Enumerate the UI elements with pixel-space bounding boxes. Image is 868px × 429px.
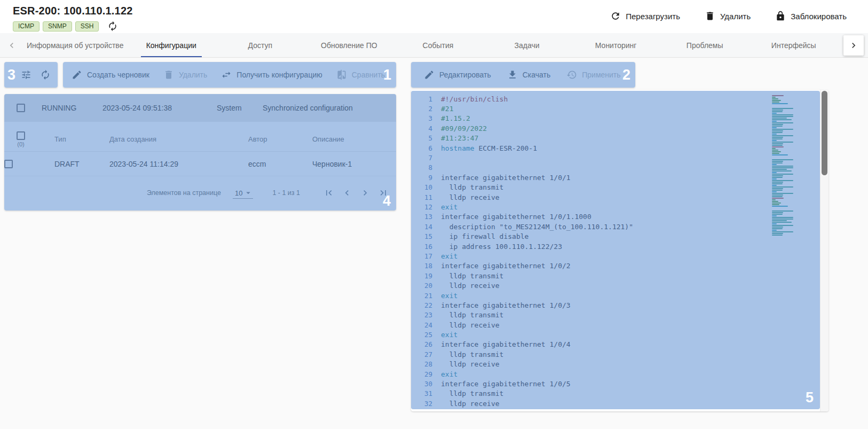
line-number: 3 xyxy=(416,114,432,122)
compare-button[interactable]: Сравнить xyxy=(336,69,385,80)
tab-interfaces[interactable]: Интерфейсы xyxy=(749,33,838,57)
minimap-mark xyxy=(772,235,783,236)
configs-filter-card xyxy=(4,62,58,88)
sync-status-icon[interactable] xyxy=(107,21,118,32)
minimap-mark xyxy=(772,148,776,149)
tab-problems[interactable]: Проблемы xyxy=(660,33,749,57)
first-page-button[interactable] xyxy=(323,188,334,198)
minimap-mark xyxy=(772,185,777,186)
minimap-mark xyxy=(772,132,783,133)
tab-firmware-update[interactable]: Обновление ПО xyxy=(305,33,394,57)
next-page-button[interactable] xyxy=(360,188,370,198)
chevron-left-icon xyxy=(6,40,17,51)
column-header[interactable]: Тип xyxy=(37,135,101,143)
minimap-mark xyxy=(772,212,783,213)
page-size-select[interactable]: 10 xyxy=(233,187,253,199)
line-number: 9 xyxy=(416,174,432,182)
refresh-list-icon[interactable] xyxy=(40,69,51,80)
minimap-mark xyxy=(772,210,793,212)
scrollbar-thumb[interactable] xyxy=(822,91,827,175)
minimap-mark xyxy=(772,182,783,183)
code-scrollbar[interactable] xyxy=(820,90,828,411)
tabs-scroll-left-button[interactable] xyxy=(0,33,23,57)
reboot-button[interactable]: Перезагрузить xyxy=(610,11,680,21)
last-page-button[interactable] xyxy=(378,188,389,198)
first-page-icon xyxy=(323,188,334,198)
chevron-right-icon xyxy=(360,188,370,198)
delete-device-button[interactable]: Удалить xyxy=(705,11,751,21)
chevron-right-icon xyxy=(848,40,859,51)
minimap-mark xyxy=(772,102,779,103)
apply-button[interactable]: Применить xyxy=(566,69,620,80)
code-line: 11 lldp receive xyxy=(416,192,828,202)
minimap-mark xyxy=(772,143,783,144)
minimap-mark xyxy=(772,177,783,178)
select-all-checkbox[interactable] xyxy=(17,131,25,140)
minimap-mark xyxy=(772,172,777,173)
prev-page-button[interactable] xyxy=(342,188,352,198)
row-checkbox[interactable] xyxy=(17,104,25,112)
line-number: 22 xyxy=(416,301,432,309)
minimap-mark xyxy=(772,170,792,171)
minimap-mark xyxy=(772,95,784,96)
paginator-nav xyxy=(323,188,389,198)
minimap-mark xyxy=(772,119,792,120)
tab-configurations[interactable]: Конфигурации xyxy=(127,33,216,57)
minimap-mark xyxy=(772,140,777,141)
tab-label: События xyxy=(420,33,457,57)
code-line: 14 description "to_MES2124M_(to_100.110.… xyxy=(416,222,828,231)
column-header[interactable]: Описание xyxy=(304,135,396,143)
status-badges: ICMPSNMPSSH xyxy=(13,21,99,32)
minimap-mark xyxy=(772,174,793,175)
button-label: Получить конфигурацию xyxy=(236,71,322,79)
tabs-scroll-right-button[interactable] xyxy=(843,35,864,56)
minimap-mark xyxy=(772,124,783,125)
tab-access[interactable]: Доступ xyxy=(216,33,305,57)
tab-monitoring[interactable]: Мониторинг xyxy=(571,33,660,57)
minimap-mark xyxy=(772,100,781,101)
download-button[interactable]: Скачать xyxy=(507,69,551,80)
tab-label: Обновление ПО xyxy=(318,33,381,57)
pencil-icon xyxy=(424,69,435,80)
minimap-mark xyxy=(772,135,793,136)
tab-label: Конфигурации xyxy=(143,33,200,57)
fetch-config-button[interactable]: Получить конфигурацию xyxy=(221,69,322,80)
tab-events[interactable]: События xyxy=(393,33,483,57)
tab-device-info[interactable]: Информация об устройстве xyxy=(23,33,127,57)
line-number: 7 xyxy=(416,154,432,162)
code-line: 9interface gigabitethernet 1/0/1 xyxy=(416,173,828,182)
column-header[interactable]: Автор xyxy=(240,135,304,143)
chevron-left-icon xyxy=(342,188,352,198)
code-line: 7 xyxy=(416,153,828,162)
minimap-mark xyxy=(772,206,788,207)
create-draft-button[interactable]: Создать черновик xyxy=(72,69,149,80)
lock-device-button[interactable]: Заблокировать xyxy=(775,11,847,21)
tab-label: Интерфейсы xyxy=(768,33,819,57)
filter-icon[interactable] xyxy=(21,69,31,80)
line-number: 18 xyxy=(416,262,432,270)
minimap-mark xyxy=(772,225,793,226)
config-viewer-card[interactable]: 1#!/usr/bin/clish2#213#1.15.24#09/09/202… xyxy=(411,90,828,411)
running-config-row[interactable]: RUNNING 2023-05-24 09:51:38 System Synch… xyxy=(4,94,396,122)
minimap-mark xyxy=(772,130,783,131)
row-checkbox[interactable] xyxy=(4,160,13,168)
tab-tasks[interactable]: Задачи xyxy=(483,33,572,57)
line-number: 20 xyxy=(416,282,432,290)
button-label: Заблокировать xyxy=(791,12,847,21)
minimap-mark xyxy=(772,199,776,200)
column-header[interactable]: Дата создания xyxy=(101,135,240,143)
minimap-mark xyxy=(772,193,793,194)
line-number: 17 xyxy=(416,252,432,260)
config-type: DRAFT xyxy=(37,160,101,168)
minimap-mark xyxy=(772,228,783,229)
edit-button[interactable]: Редактировать xyxy=(424,69,491,80)
line-number: 10 xyxy=(416,183,432,191)
trash-icon xyxy=(163,69,174,80)
delete-config-button[interactable]: Удалить xyxy=(163,69,207,80)
minimap-mark xyxy=(772,154,788,155)
minimap[interactable] xyxy=(772,95,795,236)
config-created: 2023-05-24 09:51:38 xyxy=(97,104,216,112)
config-row[interactable]: DRAFT 2023-05-24 11:14:29 eccm Черновик-… xyxy=(4,152,396,176)
restart-icon xyxy=(610,11,621,21)
code-line: 27 lldp transmit xyxy=(416,349,828,359)
